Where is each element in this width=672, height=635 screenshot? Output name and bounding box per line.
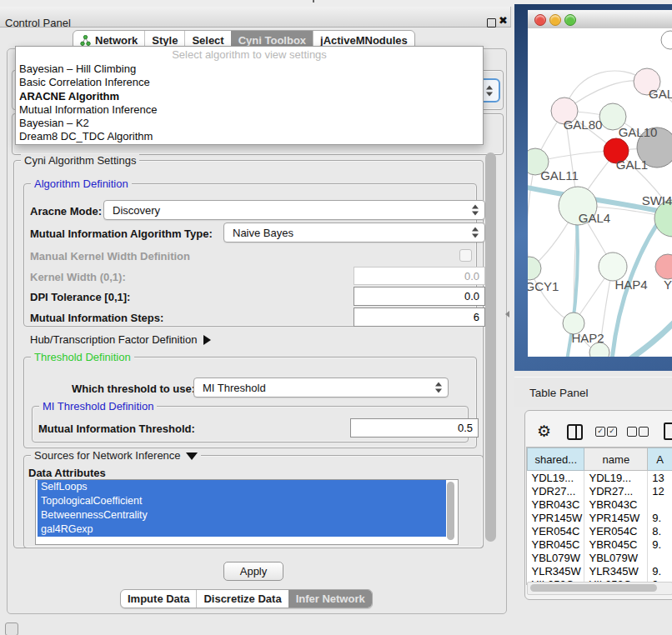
table-row[interactable]: YBL079WYBL079W <box>528 551 672 564</box>
node-label: GCY1 <box>528 279 559 293</box>
node-label: GAL10 <box>619 125 658 139</box>
unchecked-box-icon[interactable] <box>639 427 649 437</box>
node-label: Y <box>664 278 672 292</box>
aracne-mode-combobox[interactable]: Discovery <box>103 200 485 220</box>
tab-impute-data[interactable]: Impute Data <box>121 590 196 608</box>
column-header-shared-name[interactable]: shared... <box>528 448 584 471</box>
dropdown-placeholder: Select algorithm to view settings <box>16 47 483 62</box>
node-label: GAL <box>649 87 672 101</box>
tab-discretize-data-label: Discretize Data <box>203 592 281 605</box>
dropdown-item[interactable]: Basic Correlation Inference <box>16 76 483 89</box>
mi-type-label: Mutual Information Algorithm Type: <box>30 228 213 240</box>
cyni-bottom-tabbar: Impute Data Discretize Data Infer Networ… <box>120 589 373 608</box>
node-label: GAL80 <box>564 118 603 132</box>
columns-icon[interactable] <box>567 424 583 440</box>
network-icon <box>80 35 91 46</box>
mi-type-combobox[interactable]: Naive Bayes <box>223 222 485 242</box>
tab-network-label: Network <box>95 34 138 47</box>
attribute-list-scrollbar-thumb[interactable] <box>447 482 454 540</box>
dropdown-item[interactable]: Mutual Information Inference <box>16 103 483 117</box>
aracne-mode-value: Discovery <box>113 204 160 217</box>
close-traffic-light[interactable] <box>534 14 546 26</box>
checked-box-icon[interactable]: ✓ <box>595 427 605 437</box>
node-label: GAL1 <box>616 158 648 172</box>
tab-select-label: Select <box>192 34 223 47</box>
network-graph[interactable]: GAL GAL80 GAL10 GAL1 GAL11 SWI4 GAL4 HAP… <box>528 28 672 357</box>
settings-scrollbar-thumb[interactable] <box>485 152 496 542</box>
tab-jactivemnodules-label: jActiveMNodules <box>320 34 408 47</box>
attribute-item[interactable]: SelfLoops <box>38 480 446 494</box>
float-window-icon[interactable] <box>487 18 496 28</box>
which-threshold-value: MI Threshold <box>203 382 266 394</box>
dropdown-item-selected[interactable]: ARACNE Algorithm <box>16 90 483 103</box>
table-panel-titlebar: Table Panel <box>514 377 672 408</box>
node-label: HAP2 <box>571 331 604 345</box>
kernel-width-input[interactable]: 0.0 <box>354 267 485 285</box>
manual-kernel-label: Manual Kernel Width Definition <box>30 250 190 262</box>
node <box>661 31 672 49</box>
node-hap4 <box>599 252 627 281</box>
column-header-partial[interactable]: A <box>648 448 672 471</box>
data-attributes-list: SelfLoops TopologicalCoefficient Between… <box>35 479 459 545</box>
mi-threshold-input[interactable]: 0.5 <box>350 418 479 438</box>
control-panel-title: Control Panel <box>5 17 71 29</box>
node-table[interactable]: shared... name A YDL19...YDL19...13 YDR2… <box>526 447 672 585</box>
sources-title[interactable]: Sources for Network Inference <box>31 449 201 462</box>
table-row[interactable]: YLR345WYLR345W9. <box>528 564 672 578</box>
document-icon[interactable] <box>664 422 672 440</box>
threshold-definition-title: Threshold Definition <box>31 351 134 363</box>
network-window-titlebar[interactable] <box>528 10 672 29</box>
dropdown-item[interactable]: Bayesian – K2 <box>16 117 483 130</box>
cyni-algorithm-settings-title: Cyni Algorithm Settings <box>21 154 139 167</box>
dpi-tolerance-label: DPI Tolerance [0,1]: <box>30 291 130 303</box>
sources-title-text: Sources for Network Inference <box>34 449 181 462</box>
table-row[interactable]: YBR045CYBR045C9. <box>528 538 672 551</box>
dropdown-item[interactable]: Dream8 DC_TDC Algorithm <box>16 130 483 143</box>
gear-icon[interactable]: ⚙ <box>537 422 551 441</box>
node-y <box>655 254 672 279</box>
zoom-traffic-light[interactable] <box>564 14 576 26</box>
table-row[interactable]: YDL19...YDL19...13 <box>528 471 672 485</box>
splitter-collapse-arrow[interactable] <box>505 311 509 318</box>
unchecked-box-icon[interactable] <box>627 427 637 437</box>
manual-kernel-checkbox[interactable] <box>459 249 472 262</box>
attribute-item[interactable]: gal4RGexp <box>38 522 446 537</box>
table-panel-title: Table Panel <box>529 387 589 399</box>
attribute-item[interactable]: BetweennessCentrality <box>38 508 446 522</box>
table-row[interactable]: YPR145WYPR145W9. <box>528 511 672 524</box>
node-label: GAL4 <box>579 211 610 225</box>
attribute-item[interactable]: TopologicalCoefficient <box>38 494 446 508</box>
dpi-tolerance-input[interactable]: 0.0 <box>354 287 485 306</box>
table-header-row[interactable]: shared... name A <box>528 448 672 471</box>
dropdown-item[interactable]: Bayesian – Hill Climbing <box>16 62 483 76</box>
checked-box-icon[interactable]: ✓ <box>607 427 617 437</box>
table-row[interactable]: YER054CYER054C8. <box>528 524 672 538</box>
node-label: SWI4 <box>642 193 672 208</box>
aracne-mode-label: Aracne Mode: <box>30 205 102 218</box>
node-label: GAL11 <box>540 168 579 182</box>
hub-tf-definition-label: Hub/Transcription Factor Definition <box>30 333 197 346</box>
top-tick <box>313 0 314 2</box>
tab-discretize-data[interactable]: Discretize Data <box>196 590 288 608</box>
algorithm-dropdown-popup: Select algorithm to view settings Bayesi… <box>15 46 484 145</box>
hub-tf-definition-toggle[interactable]: Hub/Transcription Factor Definition <box>30 333 211 346</box>
expanded-arrow-icon <box>186 452 198 460</box>
table-row[interactable]: YDR27...YDR27...12 <box>528 484 672 498</box>
column-header-name[interactable]: name <box>584 448 648 471</box>
apply-button[interactable]: Apply <box>223 562 283 581</box>
data-attributes-header: Data Attributes <box>28 467 106 479</box>
close-icon[interactable]: ✖ <box>499 14 508 27</box>
tab-impute-data-label: Impute Data <box>128 592 189 605</box>
table-row[interactable]: YBR043CYBR043C <box>528 498 672 511</box>
mi-steps-label: Mutual Information Steps: <box>30 312 163 324</box>
mi-type-value: Naive Bayes <box>233 227 293 239</box>
tab-infer-network[interactable]: Infer Network <box>288 590 372 608</box>
mi-steps-input[interactable]: 6 <box>354 308 485 327</box>
collapsed-panel-icon[interactable] <box>5 622 18 635</box>
minimize-traffic-light[interactable] <box>549 14 561 26</box>
control-panel-titlebar: Control Panel ✖ <box>0 7 511 28</box>
which-threshold-combobox[interactable]: MI Threshold <box>193 378 449 398</box>
kernel-width-label: Kernel Width (0,1): <box>30 271 126 283</box>
table-hscrollbar-thumb[interactable] <box>530 584 657 592</box>
screen: Control Panel ✖ Network Style Select Cyn… <box>0 0 672 635</box>
